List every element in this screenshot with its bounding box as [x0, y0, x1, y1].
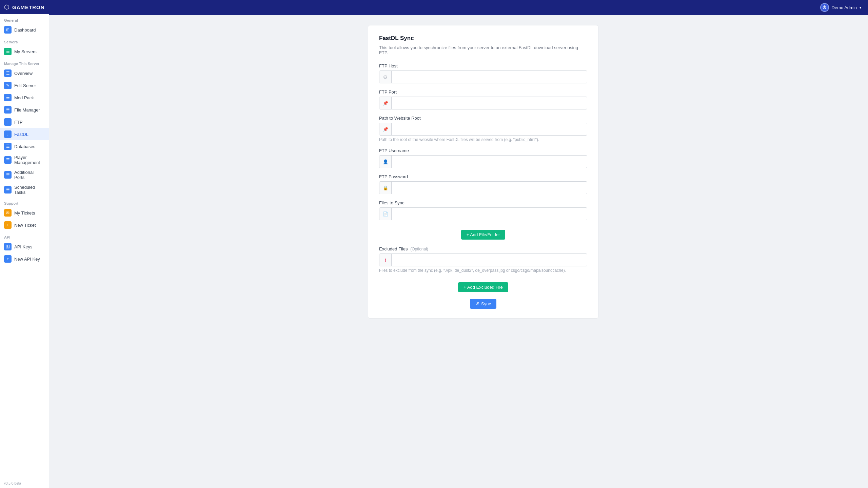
- sidebar-item-label: FTP: [14, 120, 23, 125]
- add-file-folder-button[interactable]: + Add File/Folder: [461, 230, 506, 240]
- excluded-files-input[interactable]: [392, 255, 587, 265]
- topbar: ⏻ Demo Admin ▾: [49, 0, 868, 15]
- path-root-group: Path to Website Root 📌 Path to the root …: [379, 116, 587, 142]
- ftp-port-group: FTP Port 📌: [379, 89, 587, 109]
- player-management-icon: ☰: [4, 156, 12, 164]
- sidebar-item-label: New API Key: [14, 257, 40, 262]
- section-label-general: General: [0, 14, 49, 24]
- user-avatar: ⏻: [820, 3, 829, 12]
- ftp-password-label: FTP Password: [379, 174, 587, 179]
- ftp-password-icon: 🔒: [379, 182, 392, 194]
- sidebar-item-player-management[interactable]: ☰ Player Management: [0, 152, 49, 167]
- mod-pack-icon: ☰: [4, 94, 12, 101]
- sidebar-item-my-tickets[interactable]: ✉ My Tickets: [0, 207, 49, 219]
- ftp-password-input-wrapper: 🔒: [379, 181, 587, 194]
- files-to-sync-icon: 📄: [379, 208, 392, 220]
- excluded-files-input-wrapper: !: [379, 253, 587, 266]
- sidebar-item-my-servers[interactable]: ☰ My Servers: [0, 45, 49, 58]
- path-root-label: Path to Website Root: [379, 116, 587, 121]
- my-tickets-icon: ✉: [4, 209, 12, 217]
- excluded-files-hint: Files to exclude from the sync (e.g. *.v…: [379, 268, 587, 273]
- sidebar-item-label: Dashboard: [14, 27, 36, 33]
- sync-icon: ↺: [475, 301, 479, 306]
- ftp-password-input[interactable]: [392, 183, 587, 193]
- sidebar-item-scheduled-tasks[interactable]: ☰ Scheduled Tasks: [0, 182, 49, 197]
- sync-button[interactable]: ↺ Sync: [470, 299, 496, 309]
- sidebar-item-label: Overview: [14, 71, 33, 76]
- sidebar-item-label: My Tickets: [14, 210, 35, 216]
- section-label-manage: Manage This Server: [0, 58, 49, 67]
- ftp-host-label: FTP Host: [379, 63, 587, 68]
- dashboard-icon: ⊞: [4, 26, 12, 34]
- sidebar-item-edit-server[interactable]: ✎ Edit Server: [0, 79, 49, 92]
- sidebar-item-additional-ports[interactable]: ☰ Additional Ports: [0, 167, 49, 182]
- path-root-input-wrapper: 📌: [379, 123, 587, 136]
- ftp-host-group: FTP Host ⛁: [379, 63, 587, 83]
- sidebar-item-new-api-key[interactable]: + New API Key: [0, 253, 49, 265]
- path-root-icon: 📌: [379, 123, 392, 135]
- excluded-files-icon: !: [379, 254, 392, 266]
- ftp-host-icon: ⛁: [379, 71, 392, 83]
- sidebar-item-label: My Servers: [14, 49, 37, 54]
- user-name: Demo Admin: [832, 5, 857, 10]
- path-root-input[interactable]: [392, 124, 587, 134]
- sidebar-item-api-keys[interactable]: ⚿ API Keys: [0, 241, 49, 253]
- overview-icon: ☰: [4, 69, 12, 77]
- ftp-username-input-wrapper: 👤: [379, 155, 587, 168]
- sidebar-item-ftp[interactable]: ↓ FTP: [0, 116, 49, 128]
- edit-server-icon: ✎: [4, 82, 12, 89]
- sidebar-header: ⬡ GAMETRON: [0, 0, 49, 14]
- sidebar-item-label: New Ticket: [14, 223, 36, 228]
- my-servers-icon: ☰: [4, 48, 12, 55]
- sidebar-item-dashboard[interactable]: ⊞ Dashboard: [0, 24, 49, 36]
- sidebar-item-label: Mod Pack: [14, 95, 34, 100]
- sidebar-item-databases[interactable]: ☰ Databases: [0, 140, 49, 152]
- files-to-sync-group: Files to Sync 📄: [379, 200, 587, 220]
- api-keys-icon: ⚿: [4, 243, 12, 250]
- sidebar-item-file-manager[interactable]: ☰ File Manager: [0, 104, 49, 116]
- ftp-port-label: FTP Port: [379, 89, 587, 95]
- fastdl-icon: ↓: [4, 130, 12, 138]
- excluded-files-group: Excluded Files (Optional) ! Files to exc…: [379, 246, 587, 273]
- sidebar-item-label: API Keys: [14, 244, 32, 249]
- additional-ports-icon: ☰: [4, 171, 12, 179]
- section-label-support: Support: [0, 197, 49, 207]
- ftp-host-input-wrapper: ⛁: [379, 70, 587, 83]
- fastdl-card: FastDL Sync This tool allows you to sync…: [368, 25, 598, 319]
- ftp-host-input[interactable]: [392, 72, 587, 82]
- sidebar-item-mod-pack[interactable]: ☰ Mod Pack: [0, 92, 49, 104]
- section-label-api: API: [0, 231, 49, 241]
- new-ticket-icon: +: [4, 221, 12, 229]
- sidebar-item-label: FastDL: [14, 132, 28, 137]
- databases-icon: ☰: [4, 143, 12, 150]
- ftp-port-input[interactable]: [392, 98, 587, 108]
- logo-icon: ⬡: [4, 3, 9, 11]
- sidebar-item-label: Scheduled Tasks: [14, 185, 45, 195]
- files-to-sync-input[interactable]: [392, 209, 587, 219]
- ftp-port-icon: 📌: [379, 97, 392, 109]
- scheduled-tasks-icon: ☰: [4, 186, 12, 194]
- ftp-port-input-wrapper: 📌: [379, 97, 587, 109]
- add-excluded-file-button[interactable]: + Add Excluded File: [458, 282, 508, 292]
- ftp-username-icon: 👤: [379, 156, 392, 168]
- page-title: FastDL Sync: [379, 35, 587, 42]
- ftp-icon: ↓: [4, 118, 12, 126]
- ftp-username-input[interactable]: [392, 157, 587, 167]
- sidebar-item-overview[interactable]: ☰ Overview: [0, 67, 49, 79]
- sidebar-item-label: Additional Ports: [14, 170, 45, 180]
- sync-row: ↺ Sync: [379, 299, 587, 309]
- section-label-servers: Servers: [0, 36, 49, 45]
- new-api-key-icon: +: [4, 255, 12, 263]
- sidebar-item-fastdl[interactable]: ↓ FastDL: [0, 128, 49, 140]
- excluded-files-label: Excluded Files (Optional): [379, 246, 587, 251]
- path-root-hint: Path to the root of the website where Fa…: [379, 137, 587, 142]
- ftp-username-group: FTP Username 👤: [379, 148, 587, 168]
- main-content: FastDL Sync This tool allows you to sync…: [98, 15, 868, 488]
- sidebar: ⬡ GAMETRON General ⊞ Dashboard Servers ☰…: [0, 0, 49, 488]
- sidebar-item-label: File Manager: [14, 107, 40, 113]
- sync-button-label: Sync: [481, 301, 491, 306]
- sidebar-item-label: Player Management: [14, 155, 45, 165]
- sidebar-item-new-ticket[interactable]: + New Ticket: [0, 219, 49, 231]
- user-menu[interactable]: ⏻ Demo Admin ▾: [820, 3, 861, 12]
- files-to-sync-input-wrapper: 📄: [379, 207, 587, 220]
